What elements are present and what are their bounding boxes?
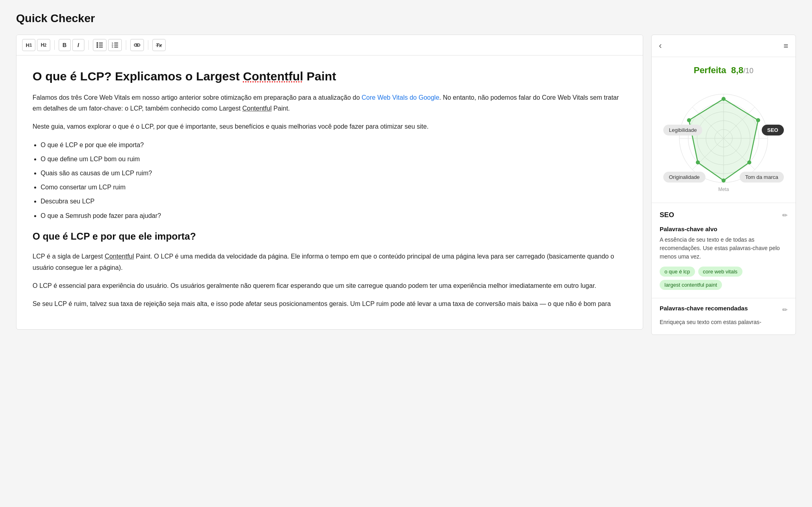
tom-da-marca-label: Tom da marca <box>740 172 784 183</box>
h2-button[interactable]: H2 <box>37 39 50 51</box>
article-title: O que é LCP? Explicamos o Largest Conten… <box>33 68 627 84</box>
main-layout: H1 H2 B I 1.2.3. <box>16 35 796 335</box>
seo-section-title: SEO <box>660 211 674 219</box>
recomendadas-header: Palavras-chave recomendadas ✏ <box>660 305 787 315</box>
tag-largest-contentful-paint: largest contentful paint <box>660 280 722 290</box>
ordered-list-button[interactable]: 1.2.3. <box>108 39 122 51</box>
list-item: O que define um LCP bom ou ruim <box>41 154 627 164</box>
recomendadas-desc: Enriqueça seu texto com estas palavras- <box>660 318 787 326</box>
clear-format-button[interactable]: Tx <box>152 39 166 51</box>
tag-o-que-e-lcp: o que é lcp <box>660 267 695 277</box>
list-item: Quais são as causas de um LCP ruim? <box>41 168 627 179</box>
link-button[interactable] <box>130 39 144 51</box>
cwv-link[interactable]: Core Web Vitals do Google <box>362 94 439 101</box>
section-divider <box>652 298 796 298</box>
table-of-contents: O que é LCP e por que ele importa? O que… <box>41 140 627 221</box>
svg-point-0 <box>96 42 98 44</box>
menu-button[interactable]: ≡ <box>783 41 788 51</box>
editor-panel: H1 H2 B I 1.2.3. <box>16 35 643 330</box>
palavras-chave-recomendadas-section: Palavras-chave recomendadas ✏ Enriqueça … <box>652 305 796 326</box>
score-section: Perfeita 8,8/10 <box>652 57 796 203</box>
seo-section: SEO ✏ Palavras-chave alvo A essência de … <box>652 203 796 290</box>
separator-1 <box>54 40 55 50</box>
back-button[interactable]: ‹ <box>659 41 662 51</box>
side-panel-header: ‹ ≡ <box>652 35 796 57</box>
seo-radar-label: SEO <box>762 125 784 135</box>
bold-button[interactable]: B <box>59 39 71 51</box>
paragraph-1: Falamos dos três Core Web Vitals em noss… <box>33 92 627 114</box>
keywords-tags: o que é lcp core web vitals largest cont… <box>660 267 787 290</box>
tag-core-web-vitals: core web vitals <box>698 267 742 277</box>
svg-rect-5 <box>99 47 103 47</box>
h1-button[interactable]: H1 <box>22 39 35 51</box>
svg-rect-1 <box>99 43 103 43</box>
palavras-chave-alvo-desc: A essência de seu texto e de todas as re… <box>660 236 787 261</box>
paragraph-5: Se seu LCP é ruim, talvez sua taxa de re… <box>33 298 627 309</box>
app-container: Quick Checker H1 H2 B I <box>0 0 812 507</box>
heading-group: H1 H2 <box>22 39 50 51</box>
score-word: Perfeita <box>694 65 726 75</box>
svg-rect-7 <box>114 43 118 43</box>
list-group: 1.2.3. <box>93 39 122 51</box>
paragraph-3: LCP é a sigla de Largest Contentful Pain… <box>33 251 627 273</box>
score-number: 8,8 <box>731 65 744 75</box>
svg-text:3.: 3. <box>112 46 114 48</box>
paragraph-4: O LCP é essencial para experiência do us… <box>33 280 627 291</box>
palavras-chave-recomendadas-title: Palavras-chave recomendadas <box>660 305 748 312</box>
meta-label: Meta <box>713 184 735 195</box>
paragraph-2: Neste guia, vamos explorar o que é o LCP… <box>33 121 627 132</box>
list-item: Descubra seu LCP <box>41 196 627 207</box>
side-panel-body: Perfeita 8,8/10 <box>652 57 796 335</box>
svg-rect-11 <box>114 47 118 47</box>
side-panel: ‹ ≡ Perfeita 8,8/10 <box>651 35 796 335</box>
toolbar: H1 H2 B I 1.2.3. <box>16 35 643 55</box>
score-denom: /10 <box>743 67 753 75</box>
list-item: O que é LCP e por que ele importa? <box>41 140 627 150</box>
format-group: B I <box>59 39 84 51</box>
seo-edit-button[interactable]: ✏ <box>782 211 787 219</box>
svg-rect-3 <box>99 45 103 45</box>
svg-point-4 <box>96 46 98 48</box>
svg-point-2 <box>96 44 98 46</box>
palavras-chave-alvo-title: Palavras-chave alvo <box>660 226 787 232</box>
unordered-list-button[interactable] <box>93 39 107 51</box>
legibilidade-label: Legibilidade <box>663 125 702 135</box>
list-item: Como consertar um LCP ruim <box>41 182 627 193</box>
list-item: O que a Semrush pode fazer para ajudar? <box>41 210 627 221</box>
radar-labels: Legibilidade SEO Meta Originalidade Tom … <box>667 82 780 195</box>
separator-3 <box>126 40 126 50</box>
separator-2 <box>88 40 89 50</box>
svg-rect-9 <box>114 45 118 45</box>
app-title: Quick Checker <box>16 12 796 25</box>
seo-section-header: SEO ✏ <box>660 211 787 219</box>
section-heading-1: O que é LCP e por que ele importa? <box>33 228 627 245</box>
italic-button[interactable]: I <box>72 39 84 51</box>
editor-content[interactable]: O que é LCP? Explicamos o Largest Conten… <box>16 55 643 329</box>
radar-chart: Legibilidade SEO Meta Originalidade Tom … <box>667 82 780 195</box>
separator-4 <box>148 40 148 50</box>
recomendadas-edit-button[interactable]: ✏ <box>782 306 787 314</box>
originalidade-label: Originalidade <box>663 172 705 183</box>
score-display: Perfeita 8,8/10 <box>694 65 754 76</box>
